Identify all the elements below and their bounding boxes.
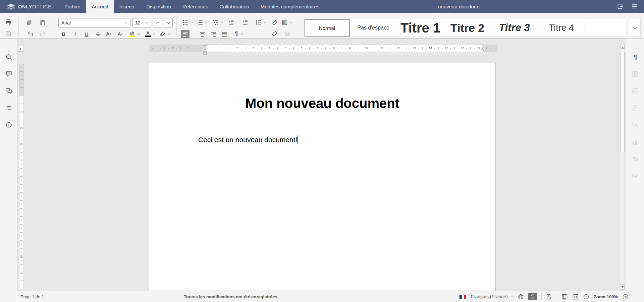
fit-width-button[interactable] <box>572 294 579 300</box>
tab-disposition[interactable]: Disposition <box>141 0 176 13</box>
paint-bucket-icon <box>159 31 166 37</box>
font-name-select[interactable]: Arial <box>58 18 130 27</box>
shading-dropdown[interactable] <box>167 29 172 38</box>
spell-check-icon <box>530 294 535 299</box>
open-file-location-button[interactable] <box>617 3 624 10</box>
language-selector[interactable]: Français (France) <box>471 294 507 299</box>
shading-button[interactable] <box>158 29 167 38</box>
spell-check-button[interactable] <box>528 293 537 300</box>
tab-fichier[interactable]: Fichier <box>59 0 86 13</box>
undo-button[interactable] <box>26 29 35 38</box>
chat-button[interactable] <box>5 87 13 95</box>
tab-collaboration[interactable]: Collaboration <box>214 0 255 13</box>
mail-merge-settings-button[interactable] <box>631 172 639 180</box>
align-justify-button[interactable] <box>220 30 228 38</box>
decrease-font-size-button[interactable] <box>164 18 173 27</box>
multilevel-list-button[interactable] <box>211 18 220 27</box>
font-color-dropdown[interactable] <box>152 29 156 38</box>
italic-button[interactable]: I <box>71 29 79 38</box>
paragraph-settings-button[interactable]: ¶ <box>631 53 639 61</box>
style-normal[interactable]: Normal <box>305 19 350 37</box>
increase-indent-button[interactable] <box>241 18 250 27</box>
hamburger-icon <box>631 3 638 10</box>
search-button[interactable] <box>5 53 13 61</box>
align-right-button[interactable] <box>209 30 217 38</box>
tab-inserer[interactable]: Insérer <box>114 0 141 13</box>
paste-button[interactable] <box>38 18 47 27</box>
multilevel-list-dropdown[interactable] <box>219 18 224 27</box>
bullet-list-dropdown[interactable] <box>189 18 194 27</box>
align-left-button[interactable] <box>181 30 190 38</box>
line-spacing-button[interactable] <box>254 18 263 27</box>
style-titre-1[interactable]: Titre 1 <box>397 19 444 37</box>
navigation-button[interactable] <box>5 104 13 112</box>
scroll-up-button[interactable] <box>620 45 625 50</box>
increase-font-size-button[interactable] <box>153 18 162 27</box>
tab-accueil[interactable]: Accueil <box>86 0 113 13</box>
about-button[interactable] <box>5 121 13 129</box>
numbered-list-dropdown[interactable] <box>204 18 209 27</box>
style-titre-2[interactable]: Titre 2 <box>444 19 491 37</box>
highlight-color-dropdown[interactable] <box>136 29 141 38</box>
highlight-color-button[interactable]: ab <box>127 29 136 38</box>
tab-modules[interactable]: Modules complémentaires <box>255 0 325 13</box>
strikeout-button[interactable]: S <box>94 29 102 38</box>
zoom-in-button[interactable] <box>622 294 629 300</box>
bullet-list-button[interactable] <box>181 18 190 27</box>
vertical-ruler[interactable]: 11234567891011 <box>19 64 24 289</box>
image-settings-button[interactable] <box>631 87 639 95</box>
textart-settings-button[interactable]: Ta <box>631 155 639 163</box>
font-color-button[interactable]: A <box>144 29 152 38</box>
indent-markers[interactable] <box>203 45 207 55</box>
paragraph-marks-dropdown[interactable] <box>239 29 244 38</box>
shape-icon <box>632 121 639 128</box>
vertical-scrollbar[interactable] <box>620 45 625 290</box>
color-scheme-button[interactable] <box>280 18 289 27</box>
decrease-indent-button[interactable] <box>227 18 235 27</box>
track-changes-button[interactable] <box>546 294 552 300</box>
horizontal-ruler[interactable]: 211234567891011121314151617 <box>149 45 496 52</box>
info-icon <box>5 121 12 128</box>
align-center-button[interactable] <box>198 30 206 38</box>
bold-button[interactable]: B <box>59 29 68 38</box>
document-paragraph[interactable]: Ceci est un nouveau document! <box>198 135 298 144</box>
font-size-select[interactable]: 12 <box>132 18 151 27</box>
copy-style-button[interactable] <box>270 29 279 38</box>
paintbrush-icon <box>271 31 278 37</box>
redo-button[interactable] <box>38 29 47 38</box>
right-indent-marker[interactable] <box>480 48 484 52</box>
comments-button[interactable] <box>5 70 13 78</box>
scrollbar-thumb[interactable] <box>620 52 625 152</box>
subscript-button[interactable]: A2 <box>116 29 124 38</box>
header-footer-settings-button[interactable] <box>631 104 639 112</box>
document-page[interactable]: Mon nouveau document Ceci est un nouveau… <box>149 63 496 291</box>
style-empty-cell[interactable] <box>585 19 627 37</box>
zoom-out-button[interactable] <box>583 294 589 300</box>
superscript-button[interactable]: A2 <box>104 29 113 38</box>
style-gallery-expand-button[interactable] <box>629 19 641 37</box>
chart-settings-button[interactable] <box>631 138 639 146</box>
main-menu-button[interactable] <box>631 3 638 10</box>
page-indicator[interactable]: Page 1 de 1 <box>20 291 44 302</box>
numbered-list-button[interactable]: 123 <box>196 18 205 27</box>
line-spacing-dropdown[interactable] <box>263 18 268 27</box>
fit-page-button[interactable] <box>561 294 568 300</box>
tab-references[interactable]: Références <box>177 0 214 13</box>
table-settings-button[interactable] <box>631 70 639 78</box>
tab-stop-selector[interactable]: L <box>18 46 24 52</box>
style-titre-4[interactable]: Titre 4 <box>538 19 585 37</box>
color-scheme-dropdown[interactable] <box>289 18 294 27</box>
mail-merge-button[interactable] <box>283 29 292 38</box>
copy-button[interactable] <box>25 18 34 27</box>
clear-style-button[interactable] <box>270 18 279 27</box>
underline-button[interactable]: U <box>82 29 91 38</box>
style-titre-3[interactable]: Titre 3 <box>491 19 538 37</box>
style-pas-despace[interactable]: Pas d'espace <box>350 19 397 37</box>
undo-icon <box>27 31 34 37</box>
scroll-down-button[interactable] <box>620 284 625 290</box>
print-button[interactable] <box>4 18 13 27</box>
save-button[interactable] <box>4 29 13 38</box>
set-document-language-button[interactable] <box>518 294 524 300</box>
shape-settings-button[interactable] <box>631 121 639 129</box>
document-heading[interactable]: Mon nouveau document <box>149 96 495 111</box>
